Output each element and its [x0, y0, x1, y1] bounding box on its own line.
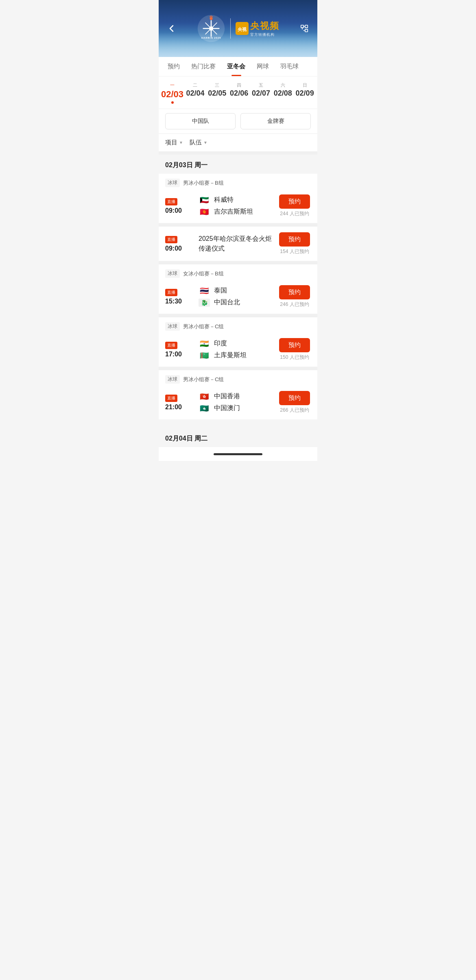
date-0203[interactable]: 一 02/03 — [160, 81, 184, 105]
tab-asian-winter[interactable]: 亚冬会 — [221, 57, 251, 76]
match-card-m5: 冰球 男冰小组赛－C组 直播 21:00 🇭🇰 中国香港 🇲🇴 中国澳门 预约 … — [159, 370, 317, 419]
svg-rect-14 — [301, 25, 304, 28]
reserve-button-m3[interactable]: 预约 — [279, 285, 310, 299]
team-name-1-m1: 吉尔吉斯斯坦 — [214, 207, 253, 216]
match-time-col-m3: 直播 15:30 — [165, 288, 194, 305]
reserved-count-m4: 150 人已预约 — [280, 354, 309, 361]
team-flag-0-m3: 🇹🇭 — [199, 287, 210, 295]
category-text-m1: 男冰小组赛－B组 — [183, 179, 224, 187]
logo-container: HARBIN 2025 央视 央视频 官方转播机构 — [197, 14, 279, 43]
match-action-m5: 预约 266 人已预约 — [278, 391, 311, 414]
date-weekday-3: 四 — [237, 82, 241, 88]
reserve-button-m4[interactable]: 预约 — [279, 338, 310, 352]
date-weekday-1: 二 — [193, 82, 197, 88]
category-tag-m4: 冰球 — [165, 322, 180, 331]
tab-hot[interactable]: 热门比赛 — [186, 57, 221, 76]
date-weekday-2: 三 — [215, 82, 219, 88]
match-card-m1: 冰球 男冰小组赛－B组 直播 09:00 🇰🇼 科威特 🇰🇬 吉尔吉斯斯坦 预约… — [159, 174, 317, 223]
live-badge-m1: 直播 — [165, 198, 177, 205]
harbin-logo: HARBIN 2025 — [197, 14, 225, 43]
team-row-0-m1: 🇰🇼 科威特 — [199, 196, 273, 204]
section-header-day1: 02月03日 周一 — [159, 155, 317, 174]
reserve-button-m1[interactable]: 预约 — [279, 194, 310, 209]
date-0208[interactable]: 六 02/08 — [272, 81, 294, 105]
date-0205[interactable]: 三 02/05 — [206, 81, 228, 105]
date-num-6: 02/09 — [296, 89, 314, 98]
filter-gold-match[interactable]: 金牌赛 — [240, 113, 311, 129]
category-text-m5: 男冰小组赛－C组 — [183, 376, 224, 383]
team-row-1-m5: 🇲🇴 中国澳门 — [199, 404, 273, 413]
date-0206[interactable]: 四 02/06 — [228, 81, 250, 105]
match-teams-col-m1: 🇰🇼 科威特 🇰🇬 吉尔吉斯斯坦 — [199, 196, 273, 216]
tab-subscribe[interactable]: 预约 — [162, 57, 186, 76]
match-category-m1: 冰球 男冰小组赛－B组 — [159, 174, 317, 190]
match-row-m1: 直播 09:00 🇰🇼 科威特 🇰🇬 吉尔吉斯斯坦 预约 244 人已预约 — [159, 190, 317, 223]
match-time-m1: 09:00 — [165, 207, 194, 214]
sort-event-arrow: ▼ — [179, 140, 183, 145]
sort-team-arrow: ▼ — [203, 140, 207, 145]
date-num-5: 02/08 — [274, 89, 292, 98]
tab-tennis[interactable]: 网球 — [251, 57, 275, 76]
tab-badminton[interactable]: 羽毛球 — [275, 57, 304, 76]
date-weekday-5: 六 — [281, 82, 285, 88]
match-time-m4: 17:00 — [165, 351, 194, 358]
team-name-1-m4: 土库曼斯坦 — [214, 351, 247, 360]
event-action-m2: 预约 154 人已预约 — [278, 232, 311, 255]
team-name-0-m1: 科威特 — [214, 196, 234, 204]
date-0207[interactable]: 五 02/07 — [250, 81, 272, 105]
match-row-m3: 直播 15:30 🇹🇭 泰国 🐉 中国台北 预约 246 人已预约 — [159, 280, 317, 314]
sort-row: 项目 ▼ 队伍 ▼ — [159, 134, 317, 155]
match-row-m5: 直播 21:00 🇭🇰 中国香港 🇲🇴 中国澳门 预约 266 人已预约 — [159, 386, 317, 419]
home-indicator — [214, 453, 262, 455]
live-badge-m2: 直播 — [165, 236, 177, 243]
gap-4 — [159, 367, 317, 370]
category-tag-m1: 冰球 — [165, 179, 180, 187]
filter-row: 中国队 金牌赛 — [159, 109, 317, 134]
match-category-m4: 冰球 男冰小组赛－C组 — [159, 317, 317, 333]
nav-tabs: 预约 热门比赛 亚冬会 网球 羽毛球 — [159, 57, 317, 76]
cctv-main-label: 央视频 — [250, 20, 279, 32]
event-time-col-m2: 直播 09:00 — [165, 235, 194, 252]
gap-between-days — [159, 420, 317, 428]
share-button[interactable] — [298, 22, 311, 35]
team-name-0-m3: 泰国 — [214, 286, 227, 295]
reserve-button-m5[interactable]: 预约 — [279, 391, 310, 405]
team-flag-0-m5: 🇭🇰 — [199, 393, 210, 401]
back-button[interactable] — [165, 22, 178, 35]
event-title-m2: 2025年哈尔滨亚冬会火炬传递仪式 — [199, 234, 273, 253]
sort-team[interactable]: 队伍 ▼ — [190, 139, 207, 146]
svg-point-10 — [210, 17, 212, 20]
date-0209[interactable]: 日 02/09 — [294, 81, 316, 105]
gap-2 — [159, 261, 317, 264]
event-row-m2: 直播 09:00 2025年哈尔滨亚冬会火炬传递仪式 预约 154 人已预约 — [159, 227, 317, 261]
event-card-m2: 直播 09:00 2025年哈尔滨亚冬会火炬传递仪式 预约 154 人已预约 — [159, 227, 317, 261]
date-0204[interactable]: 二 02/04 — [184, 81, 206, 105]
sort-event[interactable]: 项目 ▼ — [165, 139, 183, 146]
bottom-bar — [159, 447, 317, 461]
team-flag-0-m4: 🇮🇳 — [199, 340, 210, 348]
date-weekday-6: 日 — [303, 82, 307, 88]
team-flag-0-m1: 🇰🇼 — [199, 196, 210, 204]
match-teams-col-m4: 🇮🇳 印度 🇹🇲 土库曼斯坦 — [199, 339, 273, 360]
match-time-col-m5: 直播 21:00 — [165, 394, 194, 411]
logo-divider — [230, 18, 231, 39]
date-num-3: 02/06 — [230, 89, 248, 98]
svg-rect-16 — [305, 29, 308, 32]
date-num-4: 02/07 — [252, 89, 270, 98]
match-row-m4: 直播 17:00 🇮🇳 印度 🇹🇲 土库曼斯坦 预约 150 人已预约 — [159, 333, 317, 367]
reserve-button-m2[interactable]: 预约 — [279, 232, 310, 247]
category-text-m3: 女冰小组赛－B组 — [183, 270, 224, 277]
team-row-1-m1: 🇰🇬 吉尔吉斯斯坦 — [199, 207, 273, 216]
team-name-1-m3: 中国台北 — [214, 298, 240, 307]
team-name-0-m4: 印度 — [214, 339, 227, 348]
team-row-1-m4: 🇹🇲 土库曼斯坦 — [199, 351, 273, 360]
svg-text:央视: 央视 — [237, 27, 247, 32]
live-badge-m3: 直播 — [165, 289, 177, 296]
event-time-m2: 09:00 — [165, 245, 194, 252]
live-badge-m5: 直播 — [165, 395, 177, 402]
team-name-1-m5: 中国澳门 — [214, 404, 240, 413]
cctv-sub-label: 官方转播机构 — [250, 32, 279, 37]
match-time-col-m1: 直播 09:00 — [165, 197, 194, 214]
svg-text:HARBIN 2025: HARBIN 2025 — [201, 36, 221, 39]
filter-china-team[interactable]: 中国队 — [165, 113, 236, 129]
